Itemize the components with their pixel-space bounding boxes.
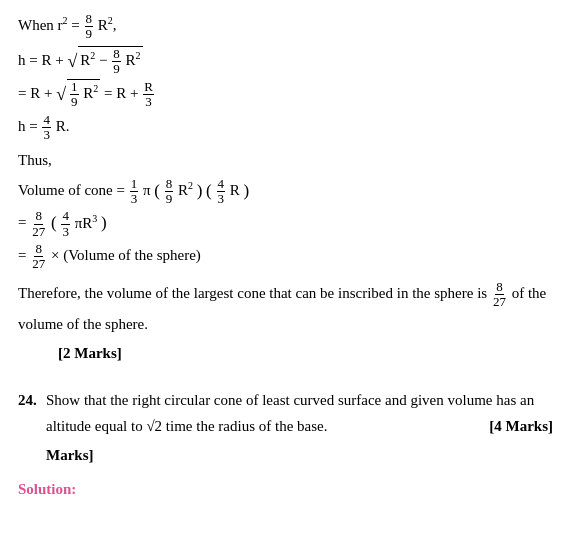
frac-1-9: 1 9 bbox=[70, 80, 79, 110]
vol-eq2-line: = 8 27 ( 4 3 πR3 ) bbox=[18, 209, 553, 239]
when-line: When r2 = 8 9 R2, bbox=[18, 12, 553, 42]
frac-4-3-h: 4 3 bbox=[42, 113, 51, 143]
q24-text: Show that the right circular cone of lea… bbox=[46, 388, 553, 439]
frac-8-9-vol: 8 9 bbox=[165, 177, 174, 207]
frac-1-3-vol: 1 3 bbox=[130, 177, 139, 207]
page-content: When r2 = 8 9 R2, h = R + √ R2 − 8 9 R2 … bbox=[18, 12, 553, 502]
frac-8-27-therefore: 8 27 bbox=[492, 280, 507, 310]
marks-2: [2 Marks] bbox=[58, 341, 553, 367]
therefore-line: Therefore, the volume of the largest con… bbox=[18, 280, 553, 310]
frac-8-9: 8 9 bbox=[112, 47, 121, 77]
frac-8-9-r2: 8 9 bbox=[85, 12, 94, 42]
vol-label: Volume of cone = bbox=[18, 182, 129, 198]
marks-4: Marks] bbox=[46, 443, 553, 469]
frac-R-3: R 3 bbox=[143, 80, 154, 110]
h-sqrt-line: h = R + √ R2 − 8 9 R2 bbox=[18, 46, 553, 77]
frac-8-27-eq2: 8 27 bbox=[31, 209, 46, 239]
solution-label: Solution: bbox=[18, 477, 553, 503]
h-simplify-line: = R + √ 1 9 R2 = R + R 3 bbox=[18, 79, 553, 110]
vol-eq3-line: = 8 27 × (Volume of the sphere) bbox=[18, 242, 553, 272]
sqrt-expr: √ R2 − 8 9 R2 bbox=[67, 46, 142, 77]
when-text: When r2 = bbox=[18, 17, 84, 33]
q24-row: 24. Show that the right circular cone of… bbox=[18, 388, 553, 439]
q24-marks: [4 Marks] bbox=[489, 414, 553, 440]
therefore-line2: volume of the sphere. bbox=[18, 312, 553, 338]
volume-cone-line: Volume of cone = 1 3 π ( 8 9 R2 ) ( 4 3 … bbox=[18, 177, 553, 207]
frac-4-3-eq2: 4 3 bbox=[61, 209, 70, 239]
frac-4-3-vol: 4 3 bbox=[217, 177, 226, 207]
frac-8-27-eq3: 8 27 bbox=[31, 242, 46, 272]
thus-line: Thus, bbox=[18, 148, 553, 174]
sqrt-expr2: √ 1 9 R2 bbox=[56, 79, 100, 110]
h-result-line: h = 4 3 R. bbox=[18, 113, 553, 143]
q24-number: 24. bbox=[18, 388, 46, 414]
